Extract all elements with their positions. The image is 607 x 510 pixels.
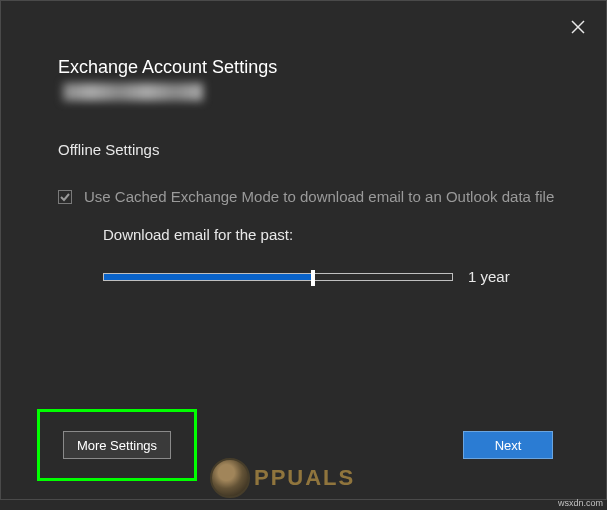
- download-slider-container: 1 year: [103, 268, 510, 285]
- close-icon: [571, 20, 585, 34]
- exchange-settings-dialog: Exchange Account Settings Offline Settin…: [0, 0, 607, 500]
- checkmark-icon: [60, 192, 70, 202]
- watermark-brand: PPUALS: [254, 465, 355, 491]
- download-slider[interactable]: [103, 273, 453, 281]
- cached-mode-label: Use Cached Exchange Mode to download ema…: [84, 188, 554, 205]
- dialog-title: Exchange Account Settings: [58, 57, 277, 78]
- cached-mode-checkbox[interactable]: [58, 190, 72, 204]
- offline-settings-title: Offline Settings: [58, 141, 159, 158]
- watermark-site: wsxdn.com: [558, 498, 603, 508]
- watermark-avatar-icon: [210, 458, 250, 498]
- slider-thumb[interactable]: [311, 270, 315, 286]
- slider-value-label: 1 year: [468, 268, 510, 285]
- account-email: [63, 83, 203, 101]
- watermark: PPUALS: [210, 458, 355, 498]
- download-past-label: Download email for the past:: [103, 226, 293, 243]
- close-button[interactable]: [568, 17, 588, 37]
- more-settings-button[interactable]: More Settings: [63, 431, 171, 459]
- next-button[interactable]: Next: [463, 431, 553, 459]
- cached-mode-row: Use Cached Exchange Mode to download ema…: [58, 188, 554, 205]
- slider-fill: [104, 274, 313, 280]
